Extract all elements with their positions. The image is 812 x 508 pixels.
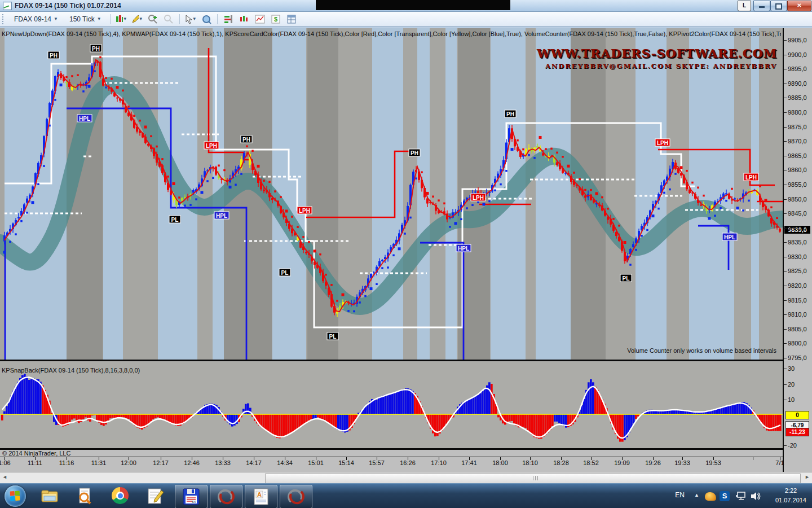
- taskbar-item-notepad[interactable]: [147, 487, 165, 505]
- watermark-site: WWW.TRADERS-SOFTWARE.COM: [537, 46, 777, 60]
- taskbar-button-ninjatrader-2[interactable]: [280, 485, 312, 508]
- time-tick-label: 11:16: [59, 459, 74, 466]
- window-titlebar[interactable]: FDAX 09-14 (150 Tick) 01.07.2014 L ✕: [0, 0, 812, 12]
- price-tick-label: 9825,0: [788, 268, 807, 274]
- line-chart-icon: [255, 14, 265, 24]
- svg-text:HPL: HPL: [216, 213, 227, 219]
- price-tick: [784, 228, 787, 229]
- horizontal-scrollbar[interactable]: ◄ ►: [0, 472, 812, 483]
- taskbar-item-search[interactable]: [76, 487, 94, 505]
- skype-tray-icon[interactable]: S: [720, 491, 731, 502]
- price-tick-label: 9870,0: [788, 138, 807, 144]
- price-tick: [784, 55, 787, 55]
- session-stripe: [536, 28, 571, 360]
- svg-text:$: $: [274, 16, 277, 23]
- desktop: FDAX 09-14 (150 Tick) 01.07.2014 L ✕ FDA…: [0, 0, 812, 508]
- price-tick-label: 9820,0: [788, 282, 807, 289]
- pivot-label-ph: PH: [409, 149, 420, 156]
- osc-tick-label: 10: [788, 396, 795, 403]
- volume-tray-icon[interactable]: [750, 491, 761, 502]
- clock-date: 01.07.2014: [775, 496, 806, 505]
- account-button[interactable]: $: [270, 14, 282, 25]
- chart-style-button[interactable]: ▼: [115, 14, 127, 25]
- pivot-label-lph: LPH: [297, 207, 312, 214]
- pivot-label-hpl: HPL: [456, 244, 471, 252]
- scrollbar-thumb[interactable]: [265, 473, 801, 484]
- taskbar-item-explorer[interactable]: [41, 487, 59, 505]
- drawing-tools-button[interactable]: ▼: [131, 14, 143, 25]
- chart-trader-button[interactable]: [222, 14, 235, 25]
- cloud-tray-icon[interactable]: [705, 491, 716, 502]
- taskbar: 64 A: [0, 483, 812, 508]
- svg-text:LPH: LPH: [657, 140, 668, 146]
- price-axis[interactable]: 9839,0 9905,09900,09895,09890,09885,0988…: [784, 28, 812, 472]
- price-tick-label: 9835,0: [788, 239, 807, 246]
- scrollbar-grip-icon: [533, 476, 539, 480]
- indicator-panel[interactable]: [0, 361, 783, 450]
- svg-text:PH: PH: [92, 46, 100, 52]
- taskbar-button-save-tool[interactable]: 64: [175, 485, 208, 508]
- price-tick-label: 9875,0: [788, 124, 807, 130]
- svg-text:LPH: LPH: [473, 195, 484, 201]
- line-chart-button[interactable]: [254, 14, 266, 25]
- zoom-out-button[interactable]: [162, 14, 175, 25]
- time-axis[interactable]: © 2014 NinjaTrader, LLC 1:0611:1111:1611…: [0, 450, 783, 472]
- taskbar-button-ninjatrader[interactable]: [210, 485, 242, 508]
- price-tick: [784, 286, 787, 286]
- toolbar-grip[interactable]: [2, 14, 6, 24]
- reload-bars-button[interactable]: [238, 14, 250, 25]
- price-tick: [784, 358, 787, 358]
- taskbar-button-document[interactable]: A: [245, 485, 277, 508]
- toolbar-separator: [110, 14, 111, 24]
- hidden-icons-button[interactable]: ▲: [694, 492, 699, 498]
- start-button[interactable]: [5, 485, 26, 507]
- minimize-button[interactable]: [753, 1, 770, 11]
- price-tick: [784, 271, 787, 271]
- close-button[interactable]: ✕: [787, 1, 811, 11]
- price-tick: [784, 329, 787, 330]
- cursor-button[interactable]: ▼: [184, 14, 197, 25]
- link-button[interactable]: L: [738, 1, 751, 11]
- toolbar-separator: [179, 14, 180, 24]
- svg-text:A: A: [257, 491, 262, 498]
- price-tick: [784, 300, 787, 301]
- windows-flag-icon: [10, 491, 21, 502]
- language-indicator[interactable]: EN: [675, 491, 685, 499]
- taskbar-item-chrome[interactable]: [112, 487, 130, 505]
- time-axis-line: [0, 457, 783, 457]
- price-tick-label: 9860,0: [788, 167, 807, 173]
- instrument-dropdown[interactable]: FDAX 09-14 ▼: [10, 14, 62, 25]
- candlestick-icon: [115, 14, 123, 24]
- svg-text:LPH: LPH: [745, 174, 757, 181]
- data-box-button[interactable]: [200, 14, 213, 25]
- taskbar-clock[interactable]: 2:22 01.07.2014: [775, 486, 806, 505]
- data-grid-button[interactable]: [285, 14, 298, 25]
- account-dollar-icon: $: [271, 14, 281, 24]
- price-tick-label: 9850,0: [788, 196, 807, 203]
- osc-tick: [784, 384, 787, 385]
- scroll-left-icon[interactable]: ◄: [2, 474, 7, 480]
- pivot-label-lph: LPH: [204, 142, 219, 149]
- price-chart-panel[interactable]: PHPHPHPHPHPLPLPLPLHPLHPLHPLHPLLPHLPHLPHL…: [0, 28, 783, 360]
- scroll-right-icon[interactable]: ►: [805, 474, 810, 480]
- svg-text:PL: PL: [329, 334, 337, 340]
- price-tick-label: 9865,0: [788, 152, 807, 159]
- restore-button[interactable]: [770, 1, 787, 11]
- pivot-label-pl: PL: [169, 216, 180, 223]
- pivot-label-ph: PH: [241, 135, 252, 143]
- pivot-label-lph: LPH: [655, 139, 670, 146]
- svg-text:PL: PL: [171, 217, 179, 223]
- interval-label: 150 Tick: [69, 15, 95, 23]
- time-tick-label: 19:26: [645, 459, 661, 466]
- zoom-in-button[interactable]: [147, 14, 159, 25]
- price-tick: [784, 156, 787, 156]
- network-tray-icon[interactable]: [735, 491, 747, 502]
- price-tick: [784, 127, 787, 128]
- time-tick-label: 14:17: [246, 459, 262, 466]
- time-tick-label: 18:52: [583, 459, 599, 466]
- panel-divider[interactable]: [0, 360, 783, 361]
- svg-text:PH: PH: [50, 52, 58, 59]
- interval-dropdown[interactable]: 150 Tick ▼: [65, 14, 105, 25]
- copyright-text: © 2014 NinjaTrader, LLC: [2, 450, 70, 457]
- indicator-parameters-text: KPNewUpDown(FDAX 09-14 (150 Tick),4), KP…: [2, 30, 781, 37]
